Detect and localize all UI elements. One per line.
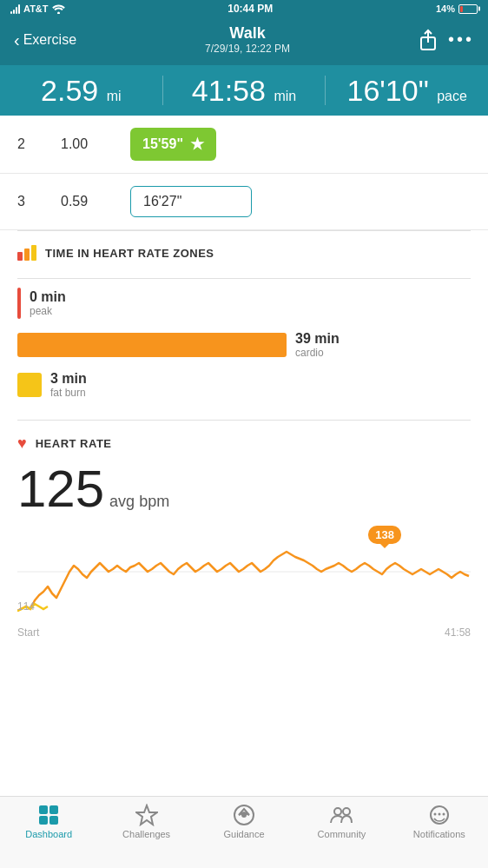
distance-unit: mi	[107, 89, 122, 103]
stats-bar: 2.59 mi 41:58 min 16'10" pace	[0, 65, 488, 116]
community-label: Community	[318, 829, 366, 839]
dashboard-icon	[37, 804, 60, 826]
svg-rect-3	[24, 248, 30, 261]
chart-svg	[17, 524, 471, 620]
nav-item-dashboard[interactable]: Dashboard	[0, 804, 97, 839]
nav-item-community[interactable]: Community	[293, 804, 390, 839]
duration-value: 41:58	[192, 74, 266, 107]
status-time: 10:44 PM	[228, 3, 273, 15]
nav-center: Walk 7/29/19, 12:22 PM	[205, 24, 290, 55]
chart-start-label: Start	[17, 626, 39, 639]
fatburn-duration: 3 min	[50, 371, 87, 387]
page-subtitle: 7/29/19, 12:22 PM	[205, 43, 290, 55]
chart-y-label: 114	[17, 600, 35, 613]
svg-point-18	[438, 813, 440, 816]
battery-area: 14%	[436, 3, 478, 14]
avg-bpm-label: avg bpm	[109, 493, 169, 511]
stat-pace: 16'10" pace	[326, 76, 488, 105]
zone-fatburn: 3 min fat burn	[17, 371, 471, 399]
section-header: TIME IN HEART RATE ZONES	[17, 245, 471, 261]
peak-duration: 0 min	[30, 289, 66, 305]
share-icon[interactable]	[419, 29, 438, 51]
star-icon: ★	[190, 135, 204, 154]
svg-rect-9	[49, 816, 58, 825]
chart-tooltip: 138	[368, 526, 401, 544]
hr-section-header: ♥ HEART RATE	[17, 434, 471, 453]
chart-end-label: 41:58	[445, 626, 471, 639]
zone-cardio: 39 min cardio	[17, 331, 471, 359]
svg-point-0	[57, 11, 60, 14]
svg-point-14	[334, 808, 341, 815]
svg-point-19	[442, 813, 445, 816]
wifi-icon	[52, 4, 65, 14]
back-arrow-icon: ‹	[14, 31, 20, 49]
hr-title: HEART RATE	[36, 437, 112, 450]
svg-rect-4	[31, 245, 36, 261]
hr-zones-bars: 0 min peak 39 min cardio 3 min fat burn	[0, 279, 488, 420]
heart-icon: ♥	[17, 434, 27, 453]
battery-icon	[458, 4, 478, 14]
stat-distance: 2.59 mi	[0, 76, 163, 105]
community-icon	[329, 804, 353, 826]
lap-time: 16'27"	[130, 186, 252, 217]
lap-table: 2 1.00 15'59" ★ 3 0.59 16'27"	[0, 116, 488, 230]
table-row: 2 1.00 15'59" ★	[0, 116, 488, 174]
distance-value: 2.59	[41, 74, 98, 107]
notifications-icon	[428, 804, 451, 826]
lap-number: 2	[17, 136, 43, 152]
fatburn-bar	[17, 373, 42, 397]
best-lap-badge: 15'59" ★	[130, 128, 216, 161]
battery-percent: 14%	[436, 3, 455, 14]
svg-rect-2	[17, 252, 23, 261]
svg-rect-6	[39, 805, 48, 814]
signal-icon	[10, 3, 20, 14]
svg-rect-8	[39, 816, 48, 825]
chart-x-labels: Start 41:58	[17, 626, 471, 639]
peak-label: peak	[30, 305, 66, 317]
challenges-label: Challenges	[122, 829, 170, 839]
avg-bpm-display: 125 avg bpm	[17, 463, 471, 515]
nav-item-guidance[interactable]: Guidance	[195, 804, 293, 839]
dashboard-label: Dashboard	[25, 829, 72, 839]
lap-distance: 0.59	[61, 194, 113, 209]
guidance-label: Guidance	[223, 829, 264, 839]
svg-point-13	[242, 813, 246, 817]
page-title: Walk	[205, 24, 290, 43]
fatburn-label: fat burn	[50, 387, 87, 399]
cardio-label: cardio	[295, 347, 340, 359]
cardio-bar	[17, 333, 287, 357]
back-label: Exercise	[23, 32, 76, 48]
svg-marker-10	[136, 805, 157, 825]
svg-point-17	[433, 813, 436, 816]
challenges-icon	[135, 804, 158, 826]
heart-rate-section: ♥ HEART RATE 125 avg bpm 138 114 Start 4…	[0, 421, 488, 644]
guidance-icon	[233, 804, 255, 826]
pace-unit: pace	[437, 89, 467, 103]
avg-bpm-value: 125	[17, 463, 104, 515]
svg-rect-7	[49, 805, 58, 814]
more-button[interactable]: •••	[448, 30, 474, 50]
peak-bar-indicator	[17, 288, 21, 319]
nav-item-challenges[interactable]: Challenges	[97, 804, 195, 839]
back-button[interactable]: ‹ Exercise	[14, 31, 76, 49]
pace-value: 16'10"	[347, 74, 429, 107]
svg-point-15	[343, 808, 350, 815]
carrier-signal: AT&T	[10, 3, 65, 14]
nav-header: ‹ Exercise Walk 7/29/19, 12:22 PM •••	[0, 17, 488, 65]
hr-zones-title: TIME IN HEART RATE ZONES	[45, 247, 214, 260]
nav-item-notifications[interactable]: Notifications	[391, 804, 488, 839]
zones-icon	[17, 245, 36, 261]
cardio-duration: 39 min	[295, 331, 340, 347]
heart-rate-chart: 138 114 Start 41:58	[17, 524, 471, 637]
nav-actions: •••	[419, 29, 474, 51]
carrier-name: AT&T	[23, 3, 49, 14]
table-row: 3 0.59 16'27"	[0, 174, 488, 230]
duration-unit: min	[274, 89, 296, 103]
hr-zones-section: TIME IN HEART RATE ZONES	[0, 231, 488, 278]
status-bar: AT&T 10:44 PM 14%	[0, 0, 488, 17]
notifications-label: Notifications	[413, 829, 465, 839]
best-lap-time: 15'59"	[142, 136, 183, 152]
stat-duration: 41:58 min	[163, 76, 326, 105]
lap-number: 3	[17, 194, 43, 209]
lap-distance: 1.00	[61, 136, 113, 152]
